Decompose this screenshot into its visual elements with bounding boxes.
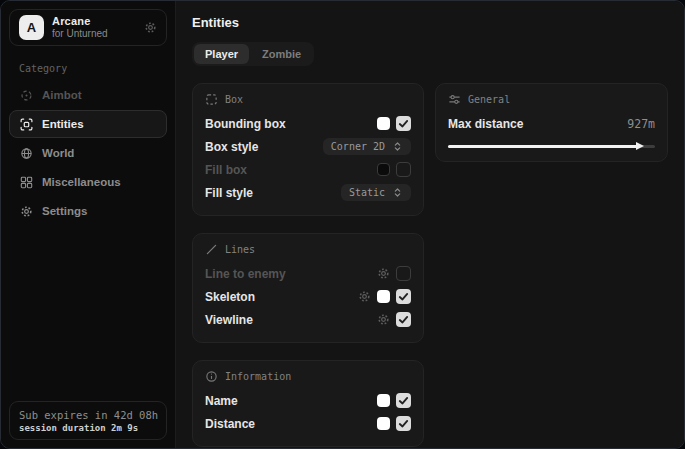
row-bounding-box: Bounding box bbox=[205, 112, 411, 135]
session-duration-text: session duration 2m 9s bbox=[19, 423, 157, 433]
app-subtitle: for Unturned bbox=[52, 28, 108, 40]
fill-style-dropdown[interactable]: Static bbox=[341, 184, 411, 201]
app-logo: A bbox=[19, 15, 44, 40]
row-name: Name bbox=[205, 389, 411, 412]
row-distance: Distance bbox=[205, 412, 411, 435]
sidebar-item-label: Settings bbox=[42, 205, 87, 217]
gear-icon[interactable] bbox=[377, 313, 390, 326]
sidebar-item-entities[interactable]: Entities bbox=[9, 110, 167, 138]
sidebar-item-label: World bbox=[42, 147, 74, 159]
sub-expires-text: Sub expires in 42d 08h bbox=[19, 409, 157, 421]
slider-thumb[interactable] bbox=[636, 142, 644, 150]
category-label: Category bbox=[19, 63, 157, 74]
row-label: Box style bbox=[205, 140, 258, 154]
row-label: Distance bbox=[205, 417, 255, 431]
box-card: Box Bounding box Box style bbox=[192, 83, 424, 216]
checkbox-checked[interactable] bbox=[396, 116, 411, 131]
max-distance-slider[interactable] bbox=[448, 142, 655, 150]
sliders-icon bbox=[448, 93, 461, 106]
gear-icon bbox=[20, 205, 33, 218]
row-label: Name bbox=[205, 394, 238, 408]
lines-card: Lines Line to enemy Skeleton bbox=[192, 233, 424, 343]
layout-grid-icon bbox=[20, 176, 33, 189]
globe-icon bbox=[20, 147, 33, 160]
dashed-box-icon bbox=[205, 93, 218, 106]
app-name: Arcane bbox=[52, 15, 108, 28]
main-panel: Entities Player Zombie Box Bounding box bbox=[176, 1, 684, 448]
chevron-up-down-icon bbox=[392, 187, 403, 198]
brand-card: A Arcane for Unturned bbox=[9, 9, 167, 46]
checkbox-unchecked[interactable] bbox=[396, 162, 411, 177]
information-card-header: Information bbox=[205, 370, 411, 383]
sidebar-item-label: Miscellaneous bbox=[42, 176, 121, 188]
row-viewline: Viewline bbox=[205, 308, 411, 331]
gear-icon[interactable] bbox=[377, 267, 390, 280]
color-swatch[interactable] bbox=[377, 417, 390, 430]
sidebar: A Arcane for Unturned Category Aimbot En… bbox=[1, 1, 176, 448]
scan-box-icon bbox=[20, 118, 33, 131]
row-label: Fill box bbox=[205, 163, 247, 177]
checkbox-checked[interactable] bbox=[396, 416, 411, 431]
row-label: Bounding box bbox=[205, 117, 286, 131]
row-label: Fill style bbox=[205, 186, 253, 200]
sidebar-item-world[interactable]: World bbox=[9, 139, 167, 167]
info-icon bbox=[205, 370, 218, 383]
entity-tab-group: Player Zombie bbox=[192, 42, 314, 66]
brand-text: Arcane for Unturned bbox=[52, 15, 108, 39]
box-style-dropdown[interactable]: Corner 2D bbox=[323, 138, 411, 155]
box-card-header: Box bbox=[205, 93, 411, 106]
row-label: Viewline bbox=[205, 313, 253, 327]
subscription-card: Sub expires in 42d 08h session duration … bbox=[9, 401, 167, 440]
card-title: Lines bbox=[225, 244, 255, 255]
gear-icon[interactable] bbox=[358, 290, 371, 303]
tab-zombie[interactable]: Zombie bbox=[251, 44, 312, 64]
gear-icon[interactable] bbox=[144, 21, 157, 34]
card-title: Box bbox=[225, 94, 243, 105]
checkbox-checked[interactable] bbox=[396, 312, 411, 327]
lines-card-header: Lines bbox=[205, 243, 411, 256]
app-window: A Arcane for Unturned Category Aimbot En… bbox=[0, 0, 685, 449]
sidebar-item-aimbot[interactable]: Aimbot bbox=[9, 81, 167, 109]
card-title: General bbox=[468, 94, 510, 105]
chevron-up-down-icon bbox=[392, 141, 403, 152]
sidebar-item-miscellaneous[interactable]: Miscellaneous bbox=[9, 168, 167, 196]
row-line-to-enemy: Line to enemy bbox=[205, 262, 411, 285]
dropdown-value: Corner 2D bbox=[331, 141, 385, 152]
row-label: Skeleton bbox=[205, 290, 255, 304]
row-fill-box: Fill box bbox=[205, 158, 411, 181]
information-card: Information Name Distance bbox=[192, 360, 424, 447]
row-max-distance: Max distance 927m bbox=[448, 112, 655, 135]
row-label: Line to enemy bbox=[205, 267, 286, 281]
diagonal-line-icon bbox=[205, 243, 218, 256]
card-title: Information bbox=[225, 371, 291, 382]
color-swatch[interactable] bbox=[377, 394, 390, 407]
sidebar-item-label: Entities bbox=[42, 118, 84, 130]
row-box-style: Box style Corner 2D bbox=[205, 135, 411, 158]
checkbox-checked[interactable] bbox=[396, 393, 411, 408]
page-title: Entities bbox=[192, 15, 668, 30]
sidebar-item-label: Aimbot bbox=[42, 89, 82, 101]
color-swatch[interactable] bbox=[377, 117, 390, 130]
general-card-header: General bbox=[448, 93, 655, 106]
tab-player[interactable]: Player bbox=[194, 44, 249, 64]
row-label: Max distance bbox=[448, 117, 523, 131]
checkbox-unchecked[interactable] bbox=[396, 266, 411, 281]
general-card: General Max distance 927m bbox=[435, 83, 668, 162]
row-fill-style: Fill style Static bbox=[205, 181, 411, 204]
crosshair-icon bbox=[20, 89, 33, 102]
slider-fill bbox=[448, 145, 638, 148]
row-skeleton: Skeleton bbox=[205, 285, 411, 308]
dropdown-value: Static bbox=[349, 187, 385, 198]
color-swatch[interactable] bbox=[377, 290, 390, 303]
checkbox-checked[interactable] bbox=[396, 289, 411, 304]
color-swatch[interactable] bbox=[377, 163, 390, 176]
sidebar-item-settings[interactable]: Settings bbox=[9, 197, 167, 225]
max-distance-value: 927m bbox=[627, 117, 655, 131]
